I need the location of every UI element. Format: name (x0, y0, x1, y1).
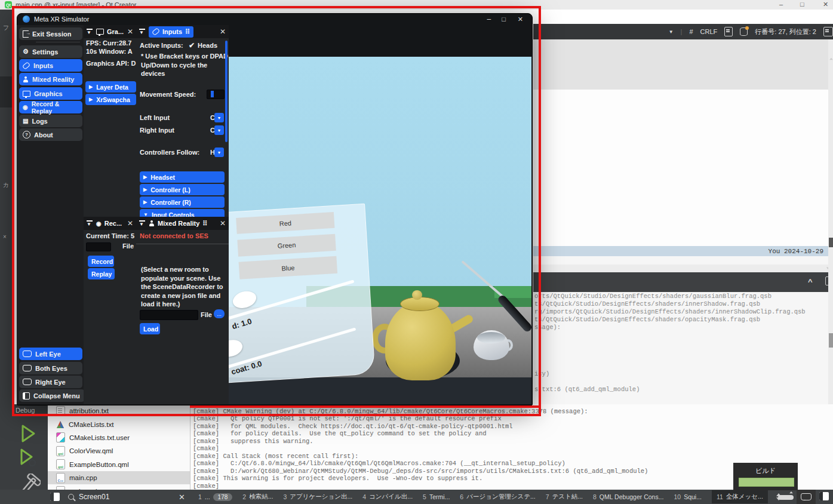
browse-file-button[interactable]: ... (214, 309, 225, 318)
maximize-pane-icon[interactable] (778, 495, 794, 500)
tab-version-control[interactable]: 6バージョン管理システ... (460, 493, 535, 501)
database-icon[interactable] (740, 27, 748, 36)
close-icon[interactable]: ✕ (127, 27, 133, 36)
search-input[interactable]: Screen01 (79, 493, 109, 501)
sidebar-item-about[interactable]: ?About (19, 128, 82, 141)
right-input-dropdown[interactable]: ▼ (214, 125, 224, 135)
controller-l-expander[interactable]: ▶ Controller (L) (140, 184, 225, 195)
tree-item[interactable]: qml ExampleButton.qml (48, 458, 190, 471)
close-button[interactable]: ✕ (823, 1, 828, 8)
sidebar-item-graphics[interactable]: Graphics (19, 87, 82, 100)
tree-item[interactable]: attribution.txt (48, 404, 190, 417)
active-inputs-value[interactable]: Heads (198, 42, 217, 49)
panel-menu-icon[interactable] (87, 220, 93, 226)
inputs-panel-header[interactable]: Inputs ⠿ ✕ (136, 25, 229, 38)
clear-search-icon[interactable]: ✕ (179, 493, 185, 502)
debug-kit-label[interactable]: Debug (16, 407, 35, 414)
scene-red-button[interactable]: Red (236, 212, 334, 234)
panel-scrollbar[interactable] (225, 41, 228, 142)
panel-menu-icon[interactable] (87, 29, 93, 35)
vr-mode-button[interactable] (797, 490, 816, 504)
tab-test-results[interactable]: 7テスト結... (546, 493, 583, 501)
sidebar-item-settings[interactable]: ⚙Settings (19, 45, 82, 58)
tab-application-output[interactable]: 3アプリケーション出... (283, 493, 352, 501)
tab-general-messages[interactable]: 11全体メッセ... (712, 490, 768, 503)
load-button[interactable]: Load (140, 323, 160, 334)
sidebar-item-record-replay[interactable]: ◉Record & Replay (19, 101, 82, 113)
movement-speed-slider[interactable] (207, 90, 225, 99)
sim-minimize-icon[interactable]: – (487, 15, 491, 23)
sim-close-icon[interactable]: ✕ (518, 16, 523, 23)
tree-item[interactable]: CMakeLists.txt.user (48, 431, 190, 444)
encoding-indicator[interactable]: CRLF (700, 28, 718, 35)
sidebar-toggle-icon[interactable] (50, 493, 60, 501)
tab-squish[interactable]: 10Squi... (674, 493, 701, 500)
tab-terminal[interactable]: 5Termi... (423, 493, 450, 500)
scene-green-button[interactable]: Green (237, 234, 336, 257)
tab-compile-output[interactable]: 4コンパイル出... (362, 493, 413, 501)
tab-qml-debugger[interactable]: 8QML Debugger Cons... (593, 493, 663, 500)
inputs-panel-tab[interactable]: Inputs ⠿ (149, 26, 193, 38)
room-file-input[interactable] (140, 310, 198, 320)
sidebar-item-mixed-reality[interactable]: Mixed Reality (19, 73, 82, 85)
record-file-input[interactable] (86, 242, 111, 251)
xrswapchain-expander[interactable]: ▶ XrSwapcha (85, 94, 136, 105)
split-pane-icon[interactable] (819, 492, 829, 500)
layer-details-expander[interactable]: ▶ Layer Deta (85, 81, 136, 93)
editor-whitespace[interactable] (533, 90, 828, 246)
collapse-pane-icon[interactable]: ^ (808, 277, 813, 286)
editor-strip (533, 256, 828, 265)
tab-issues[interactable]: 1...178 (198, 493, 232, 501)
sidebar-item-collapse-menu[interactable]: Collapse Menu (19, 389, 85, 402)
tree-item-selected[interactable]: C++ main.cpp (48, 471, 190, 484)
replay-button[interactable]: Replay (88, 268, 115, 279)
graphics-panel-header[interactable]: Gra... ✕ (84, 25, 136, 38)
scroll-up-icon[interactable] (829, 58, 833, 60)
record-button[interactable]: Record (88, 256, 114, 267)
document-icon[interactable] (724, 27, 733, 36)
mode-rail-active-block[interactable] (0, 76, 13, 107)
scene-blue-button[interactable]: Blue (239, 256, 337, 279)
sidebar-item-logs[interactable]: ▤Logs (19, 115, 82, 127)
sidebar-item-left-eye[interactable]: Left Eye (19, 348, 82, 360)
close-icon[interactable]: ✕ (220, 27, 226, 36)
scene-slider-thumb[interactable] (230, 288, 258, 311)
scene-slider-thumb[interactable] (229, 337, 244, 359)
panel-menu-icon[interactable] (139, 220, 146, 226)
split-editor-icon[interactable] (823, 27, 833, 36)
sidebar-item-right-eye[interactable]: Right Eye (19, 376, 82, 388)
close-icon[interactable]: ✕ (220, 219, 226, 228)
tree-item[interactable]: CMakeLists.txt (48, 417, 190, 431)
run-button[interactable] (19, 423, 37, 444)
mixed-reality-panel-header[interactable]: Mixed Reality ⠿ ✕ (136, 217, 229, 230)
scrollbar-thumb[interactable] (829, 333, 833, 348)
sim-maximize-icon[interactable]: □ (502, 16, 506, 23)
headset-expander[interactable]: ▶ Headset (140, 171, 225, 183)
tree-item[interactable]: qml main.qml (48, 484, 190, 490)
drag-grip-icon[interactable]: ⠿ (202, 220, 207, 228)
slider-thumb[interactable] (211, 91, 214, 97)
minimize-button[interactable]: – (779, 1, 783, 8)
simulator-titlebar[interactable]: Meta XR Simulator – □ ✕ (17, 13, 531, 25)
left-input-dropdown[interactable]: ▼ (214, 113, 224, 122)
tab-search-results[interactable]: 2検索結... (242, 493, 273, 501)
maximize-button[interactable]: □ (800, 1, 804, 8)
tree-item[interactable]: qml ColorView.qml (48, 444, 190, 457)
sidebar-item-both-eyes[interactable]: Both Eyes (19, 362, 82, 374)
debug-run-button[interactable] (18, 447, 38, 470)
sidebar-item-exit-session[interactable]: Exit Session (19, 27, 82, 40)
close-icon[interactable]: ✕ (127, 219, 133, 228)
sidebar-item-inputs[interactable]: Inputs (19, 59, 82, 72)
panel-menu-icon[interactable] (139, 29, 146, 35)
line-annotation-toggle[interactable]: # (689, 28, 693, 35)
chevron-down-icon[interactable]: ▼ (669, 29, 674, 35)
issue-count-badge: 178 (213, 493, 233, 501)
controller-r-expander[interactable]: ▶ Controller (R) (140, 196, 225, 208)
graphics-panel-title: Gra... (107, 28, 124, 35)
drag-grip-icon[interactable]: ⠿ (185, 28, 190, 36)
locator-search[interactable]: Screen01 ✕ (68, 493, 185, 502)
scrollbar-thumb[interactable] (829, 238, 833, 247)
scene-viewport[interactable]: Red Green Blue d: 1.0 coat: 0.0 (229, 25, 531, 404)
record-panel-header[interactable]: ◉ Rec... ✕ (84, 217, 136, 230)
controllers-follow-dropdown[interactable]: ▼ (214, 147, 224, 157)
